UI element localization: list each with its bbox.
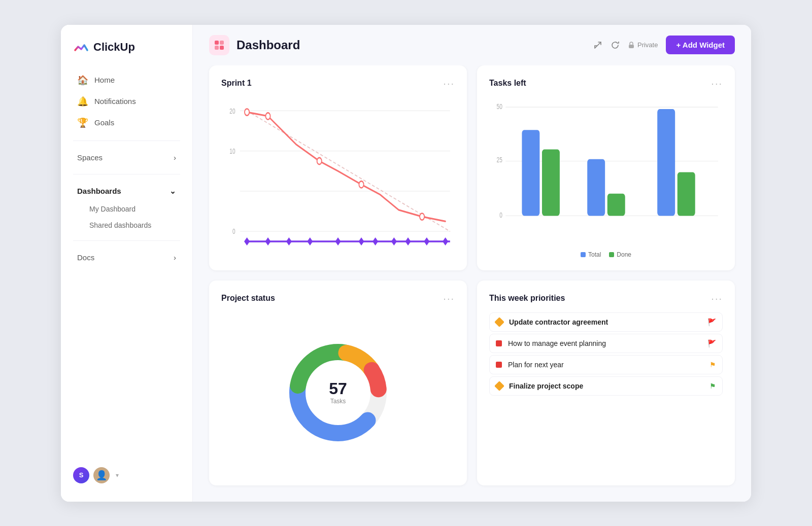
svg-point-13: [245, 109, 249, 115]
bar-chart-area: 50 25 0: [489, 97, 723, 258]
user-menu-chevron[interactable]: ▾: [116, 472, 119, 479]
priorities-title: This week priorities: [489, 294, 565, 303]
bell-icon: 🔔: [77, 96, 88, 107]
bar-legend: Total Done: [489, 251, 723, 258]
svg-rect-38: [587, 159, 605, 216]
priority-text-2: How to manage event planning: [508, 339, 701, 347]
sidebar-bottom: S 👤 ▾: [61, 459, 192, 492]
sprint-menu[interactable]: ···: [443, 78, 455, 89]
sprint-title: Sprint 1: [221, 79, 252, 88]
dashboard-icon-box: [209, 35, 229, 55]
docs-chevron-icon: ›: [174, 253, 176, 262]
expand-icon: [593, 41, 602, 50]
page-title: Dashboard: [236, 38, 300, 52]
svg-marker-21: [286, 237, 292, 246]
sprint-chart-svg: 20 10 0: [221, 97, 455, 258]
priority-item-1[interactable]: Update contractor agreement 🚩: [489, 312, 723, 332]
private-badge: Private: [628, 41, 658, 49]
my-dashboard-label: My Dashboard: [89, 205, 136, 213]
svg-marker-25: [373, 237, 378, 246]
svg-rect-2: [215, 46, 219, 50]
topbar: Dashboard: [193, 25, 751, 65]
svg-rect-36: [522, 130, 539, 216]
svg-marker-28: [424, 237, 429, 246]
svg-rect-0: [215, 41, 219, 45]
donut-label: Tasks: [330, 398, 346, 405]
svg-marker-24: [358, 237, 364, 246]
nav-divider-3: [73, 240, 180, 241]
trophy-icon: 🏆: [77, 117, 88, 128]
svg-rect-4: [629, 45, 634, 48]
priority-flag-2: 🚩: [707, 339, 716, 347]
legend-done: Done: [609, 251, 631, 258]
priority-square-2: [496, 340, 502, 346]
sidebar-item-dashboards[interactable]: Dashboards ⌄: [65, 182, 188, 201]
priority-item-3[interactable]: Plan for next year ⚑: [489, 355, 723, 374]
legend-done-dot: [609, 252, 614, 257]
expand-button[interactable]: [593, 41, 602, 50]
svg-text:0: 0: [499, 211, 502, 219]
svg-marker-27: [405, 237, 411, 246]
refresh-button[interactable]: [611, 41, 620, 50]
sidebar-nav: 🏠 Home 🔔 Notifications 🏆 Goals Spaces › …: [61, 69, 192, 459]
priority-text-1: Update contractor agreement: [509, 318, 701, 326]
nav-divider-1: [73, 141, 180, 141]
svg-marker-23: [335, 237, 341, 246]
sidebar-item-goals[interactable]: 🏆 Goals: [65, 112, 188, 133]
priorities-header: This week priorities ···: [489, 293, 723, 304]
svg-marker-22: [307, 237, 313, 246]
svg-text:10: 10: [229, 147, 235, 155]
project-status-menu[interactable]: ···: [443, 293, 455, 304]
svg-line-12: [247, 111, 450, 231]
topbar-right: Private + Add Widget: [593, 36, 735, 54]
priority-item-4[interactable]: Finalize project scope ⚑: [489, 376, 723, 396]
svg-rect-41: [678, 172, 695, 216]
svg-point-14: [265, 113, 270, 119]
spaces-label: Spaces: [77, 153, 103, 162]
sidebar-item-home[interactable]: 🏠 Home: [65, 69, 188, 91]
lock-icon: [628, 42, 635, 49]
sprint-widget: Sprint 1 ··· 20 10 0: [209, 65, 467, 270]
logo-text: ClickUp: [93, 41, 135, 54]
priority-flag-4: ⚑: [709, 382, 716, 390]
donut-area: 57 Tasks: [221, 312, 455, 473]
svg-rect-40: [657, 109, 675, 216]
project-status-widget: Project status ···: [209, 280, 467, 485]
priority-square-3: [496, 362, 502, 368]
svg-marker-29: [443, 237, 448, 246]
svg-text:20: 20: [229, 107, 235, 115]
svg-marker-20: [265, 237, 270, 246]
priorities-widget: This week priorities ··· Update contract…: [477, 280, 735, 485]
sprint-chart-area: 20 10 0: [221, 97, 455, 258]
svg-point-17: [420, 213, 424, 220]
svg-rect-37: [542, 149, 560, 216]
logo: ClickUp: [61, 39, 192, 69]
priority-text-3: Plan for next year: [508, 361, 703, 369]
avatar-s[interactable]: S: [73, 467, 89, 483]
sidebar-item-home-label: Home: [94, 76, 115, 84]
sidebar-item-my-dashboard[interactable]: My Dashboard: [65, 201, 188, 217]
sidebar-item-notifications[interactable]: 🔔 Notifications: [65, 91, 188, 112]
sidebar-item-spaces[interactable]: Spaces ›: [65, 148, 188, 167]
bar-chart-svg: 50 25 0: [489, 97, 723, 247]
priority-item-2[interactable]: How to manage event planning 🚩: [489, 334, 723, 353]
grid-icon: [214, 40, 225, 51]
tasks-left-widget: Tasks left ··· 50 25 0: [477, 65, 735, 270]
nav-divider-2: [73, 174, 180, 174]
tasks-left-menu[interactable]: ···: [711, 78, 723, 89]
avatar-img[interactable]: 👤: [93, 467, 110, 483]
dashboard-grid: Sprint 1 ··· 20 10 0: [193, 65, 751, 502]
donut-count: 57: [329, 380, 347, 397]
app-container: ClickUp 🏠 Home 🔔 Notifications 🏆 Goals S…: [61, 25, 751, 502]
sidebar-item-docs[interactable]: Docs ›: [65, 248, 188, 267]
sidebar-item-shared-dashboards[interactable]: Shared dashboards: [65, 217, 188, 233]
legend-total: Total: [581, 251, 601, 258]
legend-total-label: Total: [588, 251, 601, 258]
tasks-left-title: Tasks left: [489, 79, 526, 88]
priorities-list: Update contractor agreement 🚩 How to man…: [489, 312, 723, 473]
priorities-menu[interactable]: ···: [711, 293, 723, 304]
docs-label: Docs: [77, 253, 94, 262]
priority-diamond-1: [494, 317, 504, 327]
add-widget-button[interactable]: + Add Widget: [666, 36, 735, 54]
legend-done-label: Done: [617, 251, 631, 258]
